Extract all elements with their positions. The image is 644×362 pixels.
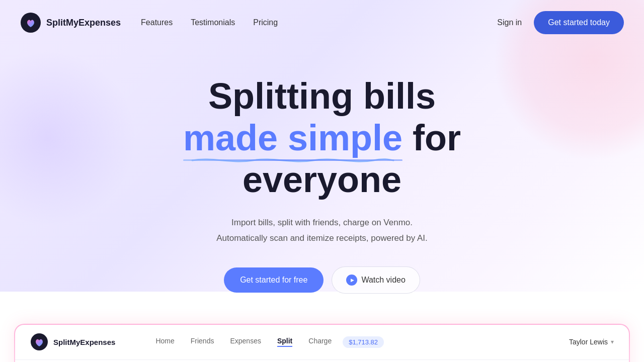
- app-logo-icon: [30, 333, 48, 351]
- squiggle-decoration: [178, 156, 408, 165]
- hero-buttons: Get started for free ▶ Watch video: [0, 266, 644, 294]
- hero-title-line1: Splitting bills: [208, 76, 436, 116]
- get-started-nav-button[interactable]: Get started today: [534, 11, 624, 34]
- hero-section: Splitting bills made simple for everyone…: [0, 45, 644, 294]
- nav-right: Sign in Get started today: [497, 11, 624, 34]
- app-preview-logo: SplitMyExpenses: [30, 333, 135, 351]
- app-preview-logo-text: SplitMyExpenses: [53, 338, 115, 346]
- sign-in-button[interactable]: Sign in: [497, 18, 522, 27]
- nav-features[interactable]: Features: [141, 18, 173, 27]
- get-started-hero-button[interactable]: Get started for free: [224, 267, 324, 293]
- logo-icon: [20, 12, 41, 33]
- hero-title-accent: made simple: [183, 117, 403, 159]
- charge-amount-badge: $1,713.82: [343, 336, 384, 348]
- nav-links: Features Testimonials Pricing: [141, 18, 278, 27]
- app-tab-home[interactable]: Home: [155, 337, 174, 347]
- app-tab-split[interactable]: Split: [277, 337, 292, 347]
- play-icon: ▶: [346, 275, 357, 286]
- watch-video-button[interactable]: ▶ Watch video: [332, 266, 420, 294]
- app-tab-friends[interactable]: Friends: [191, 337, 214, 347]
- logo-text: SplitMyExpenses: [46, 18, 121, 28]
- chevron-down-icon: ▾: [611, 338, 614, 345]
- nav-pricing[interactable]: Pricing: [253, 18, 278, 27]
- hero-subtitle: Import bills, split with friends, charge…: [0, 215, 644, 246]
- logo[interactable]: SplitMyExpenses: [20, 12, 121, 33]
- navbar: SplitMyExpenses Features Testimonials Pr…: [0, 0, 644, 45]
- nav-left: SplitMyExpenses Features Testimonials Pr…: [20, 12, 278, 33]
- app-preview-inner: SplitMyExpenses Home Friends Expenses Sp…: [15, 325, 629, 362]
- app-preview-content: Split expenses: [15, 360, 629, 362]
- hero-title: Splitting bills made simple for everyone: [0, 75, 644, 200]
- app-preview-user[interactable]: Taylor Lewis ▾: [569, 338, 614, 346]
- app-nav-tabs: Home Friends Expenses Split Charge $1,71…: [155, 336, 569, 348]
- app-preview-header: SplitMyExpenses Home Friends Expenses Sp…: [15, 325, 629, 360]
- app-tab-charge[interactable]: Charge: [308, 337, 332, 347]
- nav-testimonials[interactable]: Testimonials: [191, 18, 235, 27]
- app-preview-outer: SplitMyExpenses Home Friends Expenses Sp…: [14, 324, 630, 362]
- app-tab-expenses[interactable]: Expenses: [230, 337, 261, 347]
- user-name: Taylor Lewis: [569, 338, 608, 346]
